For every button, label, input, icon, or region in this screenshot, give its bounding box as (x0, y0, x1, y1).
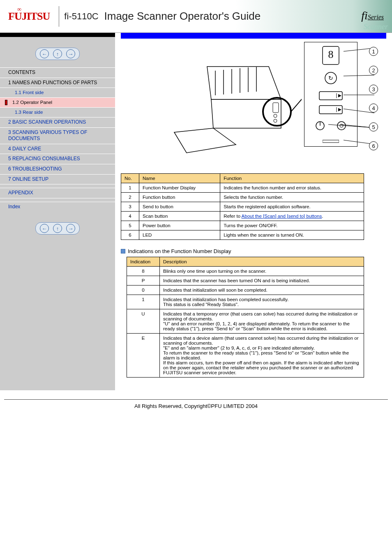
footer-divider (4, 399, 388, 400)
table-cell: 8 (127, 267, 160, 276)
table-cell: LED (139, 230, 220, 240)
model-number: fi-5110C (64, 11, 98, 22)
table-cell: Indicates that a device alarm (that user… (160, 334, 364, 378)
nav-next-button[interactable]: → (66, 49, 75, 58)
table-cell: Starts the registered application softwa… (220, 202, 364, 212)
sidebar-item[interactable]: 1.3 Rear side (0, 107, 115, 117)
sidebar-item[interactable]: 1.1 Front side (0, 88, 115, 97)
parts-table: No.NameFunction1Function Number DisplayI… (121, 173, 364, 240)
operator-panel-detail: 8 ↻ (304, 42, 357, 147)
power-button-icon (315, 120, 325, 131)
table-cell: Indicates that a temporary error (that u… (160, 309, 364, 334)
sidebar-item[interactable]: 1.2 Operator Panel (0, 97, 115, 107)
bullet-icon (121, 249, 125, 253)
svg-point-11 (274, 114, 277, 117)
svg-point-12 (274, 119, 277, 122)
table-header: Indication (127, 257, 160, 267)
table-cell: 1 (127, 295, 160, 309)
table-cell: Function Number Display (139, 183, 220, 193)
scan-button-icon (318, 105, 343, 115)
table-cell: 5 (121, 221, 139, 230)
sidebar-top-bar (0, 33, 115, 37)
scanner-illustration (154, 50, 302, 157)
table-cell: Indicates the function number and error … (220, 183, 364, 193)
callout-number: 3 (369, 85, 378, 94)
sidebar-item (0, 198, 115, 202)
scanner-diagram: 8 ↻ (121, 42, 386, 165)
table-cell: 2 (121, 193, 139, 202)
table-cell: Selects the function number. (220, 193, 364, 202)
toc-list: CONTENTS1 NAMES AND FUNCTIONS OF PARTS1.… (0, 67, 115, 212)
sidebar-item[interactable]: 7 ONLINE SETUP (0, 174, 115, 184)
sidebar-item[interactable]: Index (0, 202, 115, 212)
sidebar-item[interactable]: APPENDIX (0, 188, 115, 198)
table-cell: Indicates that the scanner has been turn… (160, 276, 364, 286)
inline-link[interactable]: About the [Scan] and [send to] buttons (242, 214, 322, 219)
sidebar-item[interactable]: 5 REPLACING CONSUMABLES (0, 154, 115, 164)
nav-arrow-group-top: ← ↑ → (0, 37, 115, 67)
svg-marker-2 (174, 128, 236, 153)
table-cell: 6 (121, 230, 139, 240)
main-content: 8 ↻ (115, 33, 392, 390)
table-cell: E (127, 334, 160, 378)
table-cell: Power button (139, 221, 220, 230)
nav-up-button[interactable]: ↑ (53, 49, 62, 58)
nav-up-button[interactable]: ↑ (53, 224, 62, 233)
led-icon (336, 120, 347, 131)
table-cell: Indicates that initialization has been c… (160, 295, 364, 309)
scanner-decorative-text: Scanner (364, 23, 388, 31)
svg-marker-0 (207, 67, 281, 99)
nav-prev-button[interactable]: ← (40, 49, 49, 58)
send-to-button-icon (318, 91, 343, 101)
table-cell: 1 (121, 183, 139, 193)
table-header: Description (160, 257, 364, 267)
nav-arrow-group-bottom: ← ↑ → (0, 212, 115, 242)
table-header: Function (220, 174, 364, 183)
sidebar-item[interactable]: 6 TROUBLESHOOTING (0, 164, 115, 174)
svg-rect-10 (273, 103, 279, 113)
svg-line-13 (291, 85, 302, 112)
table-header: No. (121, 174, 139, 183)
table-cell: Lights when the scanner is turned ON. (220, 230, 364, 240)
function-number-table: IndicationDescription8Blinks only one ti… (127, 257, 364, 378)
svg-text:8: 8 (328, 48, 334, 60)
table-cell: Refer to About the [Scan] and [send to] … (220, 212, 364, 221)
copyright-text: All Rights Reserved, Copyright©PFU LIMIT… (0, 403, 392, 417)
fujitsu-badge-icon (323, 138, 339, 144)
sidebar: ← ↑ → CONTENTS1 NAMES AND FUNCTIONS OF P… (0, 33, 115, 390)
sidebar-item: CONTENTS (0, 67, 115, 78)
table-cell: Scan button (139, 212, 220, 221)
page-title: Image Scanner Operator's Guide (104, 10, 261, 23)
nav-next-button[interactable]: → (66, 224, 75, 233)
table-cell: Blinks only one time upon turning on the… (160, 267, 364, 276)
sidebar-item: 1 NAMES AND FUNCTIONS OF PARTS (0, 78, 115, 88)
nav-prev-button[interactable]: ← (40, 224, 49, 233)
callout-number: 5 (369, 122, 378, 131)
callout-number: 1 (369, 47, 378, 56)
svg-point-27 (337, 122, 346, 130)
function-button-icon: ↻ (324, 71, 338, 85)
sidebar-item[interactable]: 4 DAILY CARE (0, 144, 115, 154)
table-cell: Turns the power ON/OFF. (220, 221, 364, 230)
table-header: Name (139, 174, 220, 183)
table-cell: P (127, 276, 160, 286)
table-cell: Function button (139, 193, 220, 202)
table-cell: Indicates that initialization will soon … (160, 286, 364, 295)
table-cell: 0 (127, 286, 160, 295)
function-display-icon: 8 (321, 46, 341, 65)
table-cell: 3 (121, 202, 139, 212)
header: FUJITSU fi-5110C Image Scanner Operator'… (0, 0, 392, 33)
sidebar-item (0, 184, 115, 188)
sidebar-item[interactable]: 3 SCANNING VARIOUS TYPES OF DOCUMENTS (0, 127, 115, 144)
fi-series-logo: fiSeries (361, 9, 384, 22)
table-cell: 4 (121, 212, 139, 221)
callout-numbers: 123456 (369, 47, 378, 150)
svg-text:↻: ↻ (328, 75, 333, 81)
divider (59, 6, 59, 27)
sidebar-item[interactable]: 2 BASIC SCANNER OPERATIONS (0, 117, 115, 127)
table-cell: Send to button (139, 202, 220, 212)
callout-number: 6 (369, 141, 378, 150)
fn-display-heading: Indications on the Function Number Displ… (121, 248, 386, 254)
table-cell: U (127, 309, 160, 334)
blue-accent-bar (121, 33, 386, 39)
